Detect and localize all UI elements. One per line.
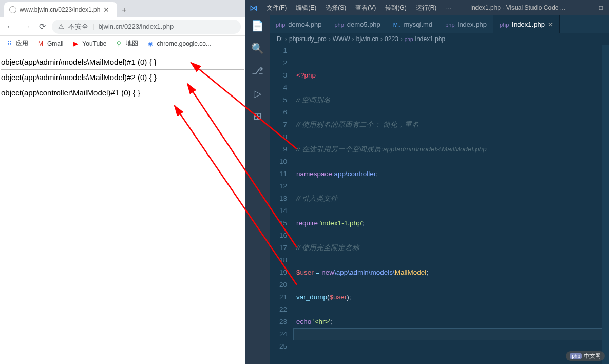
- vscode-titlebar: ⋈ 文件(F) 编辑(E) 选择(S) 查看(V) 转到(G) 运行(R) … …: [245, 0, 609, 15]
- menu-view[interactable]: 查看(V): [351, 2, 380, 14]
- maps-icon: ⚲: [115, 40, 123, 48]
- forward-button[interactable]: →: [21, 20, 33, 33]
- maps-bookmark[interactable]: ⚲地图: [115, 39, 138, 48]
- hr-2: [1, 85, 244, 85]
- hr-1: [1, 69, 244, 70]
- php-icon: php: [276, 22, 285, 28]
- vscode-menu: 文件(F) 编辑(E) 选择(S) 查看(V) 转到(G) 运行(R) …: [262, 2, 456, 14]
- minimap[interactable]: [602, 45, 609, 364]
- minimize-button[interactable]: —: [586, 4, 592, 11]
- window-controls: — □: [580, 4, 609, 11]
- gmail-bookmark[interactable]: MGmail: [36, 40, 63, 48]
- youtube-icon: ▶: [71, 40, 80, 48]
- vscode-title: index1.php - Visual Studio Code ...: [456, 4, 579, 11]
- browser-tab[interactable]: www.bjwin.cn/0223/index1.ph ✕: [4, 2, 117, 17]
- output-line-3: object(app\controller\MailModel)#1 (0) {…: [1, 86, 244, 99]
- tab-title: www.bjwin.cn/0223/index1.ph: [20, 6, 100, 13]
- chrome-window: www.bjwin.cn/0223/index1.ph ✕ + ← → ⟳ ⚠ …: [0, 0, 245, 364]
- close-icon[interactable]: ✕: [548, 21, 553, 28]
- page-content: object(app\admin\models\MailModel)#1 (0)…: [0, 51, 245, 103]
- reload-button[interactable]: ⟳: [37, 20, 48, 33]
- editor-tabs: phpdemo4.php phpdemo5.php M↓mysql.md php…: [270, 15, 609, 33]
- url-text: bjwin.cn/0223/index1.php: [98, 23, 174, 30]
- tab-demo4[interactable]: phpdemo4.php: [270, 15, 328, 33]
- menu-more[interactable]: …: [442, 2, 456, 14]
- chrome-toolbar: ← → ⟳ ⚠ 不安全 | bjwin.cn/0223/index1.php: [0, 17, 245, 36]
- warning-icon: ⚠: [58, 23, 64, 30]
- editor-area: phpdemo4.php phpdemo5.php M↓mysql.md php…: [270, 15, 609, 364]
- vscode-body: 📄 🔍 ⎇ ▷ ⊞ phpdemo4.php phpdemo5.php M↓my…: [245, 15, 609, 364]
- md-icon: M↓: [393, 22, 401, 28]
- tab-demo5[interactable]: phpdemo5.php: [328, 15, 387, 33]
- vscode-logo-icon: ⋈: [245, 3, 262, 13]
- apps-icon: ⠿: [5, 40, 13, 48]
- search-icon[interactable]: 🔍: [251, 42, 263, 54]
- debug-icon[interactable]: ▷: [251, 87, 263, 100]
- chromestore-bookmark[interactable]: ◉chrome.google.co...: [146, 40, 211, 48]
- chrome-icon: ◉: [146, 40, 155, 48]
- activity-bar: 📄 🔍 ⎇ ▷ ⊞: [245, 15, 270, 364]
- youtube-bookmark[interactable]: ▶YouTube: [71, 40, 106, 48]
- tab-mysql[interactable]: M↓mysql.md: [387, 15, 439, 33]
- code-lines[interactable]: <?php // 空间别名 // 使用别名的原因有二个： 简化，重名 // 在这…: [293, 45, 609, 364]
- output-line-2: object(app\admin\models\MailModel)#2 (0)…: [1, 71, 244, 84]
- menu-file[interactable]: 文件(F): [262, 2, 291, 14]
- code-editor[interactable]: 1234567891011121314151617181920212223242…: [270, 45, 609, 364]
- vscode-window: ⋈ 文件(F) 编辑(E) 选择(S) 查看(V) 转到(G) 运行(R) … …: [245, 0, 609, 364]
- output-line-1: object(app\admin\models\MailModel)#1 (0)…: [1, 55, 244, 68]
- menu-run[interactable]: 运行(R): [412, 2, 441, 14]
- explorer-icon[interactable]: 📄: [251, 20, 263, 32]
- line-gutter: 1234567891011121314151617181920212223242…: [270, 45, 293, 364]
- insecure-label: 不安全: [68, 22, 88, 31]
- menu-goto[interactable]: 转到(G): [381, 2, 410, 14]
- maximize-button[interactable]: □: [599, 4, 603, 11]
- extensions-icon[interactable]: ⊞: [251, 110, 263, 122]
- apps-bookmark[interactable]: ⠿应用: [5, 39, 28, 48]
- gmail-icon: M: [36, 40, 45, 48]
- tab-index1[interactable]: phpindex1.php✕: [493, 15, 560, 33]
- tab-index[interactable]: phpindex.php: [439, 15, 493, 33]
- new-tab-button[interactable]: +: [117, 3, 131, 17]
- address-bar[interactable]: ⚠ 不安全 | bjwin.cn/0223/index1.php: [52, 20, 241, 34]
- chrome-tabstrip: www.bjwin.cn/0223/index1.ph ✕ +: [0, 0, 245, 17]
- php-icon: php: [500, 22, 509, 28]
- breadcrumb[interactable]: D:› phpstudy_pro› WWW› bjwin.cn› 0223› p…: [270, 33, 609, 45]
- menu-select[interactable]: 选择(S): [321, 2, 350, 14]
- bookmarks-bar: ⠿应用 MGmail ▶YouTube ⚲地图 ◉chrome.google.c…: [0, 36, 245, 51]
- globe-icon: [9, 6, 16, 13]
- php-icon: php: [445, 22, 454, 28]
- source-control-icon[interactable]: ⎇: [251, 65, 263, 77]
- close-icon[interactable]: ✕: [103, 6, 109, 14]
- php-icon: php: [334, 22, 344, 28]
- back-button[interactable]: ←: [4, 20, 16, 33]
- watermark: php 中文网: [566, 351, 605, 361]
- menu-edit[interactable]: 编辑(E): [292, 2, 320, 14]
